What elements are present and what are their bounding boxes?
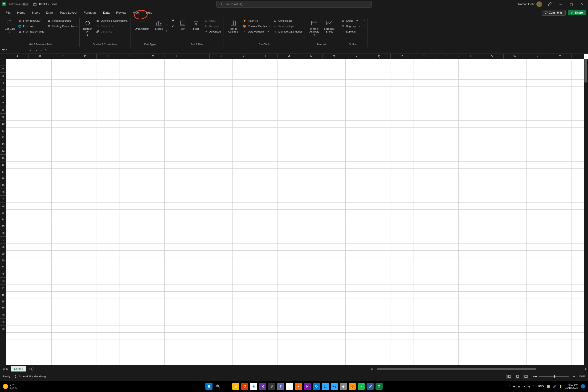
excel-icon[interactable]: X	[375, 383, 383, 390]
row-header[interactable]: 23	[0, 209, 6, 216]
hide-detail-icon[interactable]: ⁻≡	[362, 24, 365, 27]
normal-view-button[interactable]	[506, 374, 512, 379]
chevron-down-icon[interactable]: ▾	[29, 49, 31, 52]
tab-data[interactable]: Data	[100, 8, 113, 17]
column-header[interactable]: J	[210, 54, 232, 59]
battery-icon[interactable]: 🔋	[559, 385, 562, 388]
file-explorer-icon[interactable]: 📁	[232, 383, 239, 390]
existing-connections-button[interactable]: 🗋Existing Connections	[46, 24, 77, 28]
column-header[interactable]: S	[413, 54, 436, 59]
page-layout-view-button[interactable]	[515, 374, 520, 379]
search-box[interactable]: Search (Alt+Q)	[216, 1, 372, 8]
photoshop-icon[interactable]: Ps	[331, 383, 338, 390]
tray-chevron-icon[interactable]: ⌃	[508, 385, 510, 388]
row-header[interactable]: 36	[0, 298, 6, 305]
show-detail-icon[interactable]: ⁺≡	[362, 19, 365, 22]
firefox-icon[interactable]: 🦊	[349, 383, 356, 390]
excel-app-icon[interactable]: X	[2, 2, 6, 6]
onedrive-icon[interactable]: ☁	[523, 385, 525, 388]
data-types-more-icon[interactable]: ▾	[166, 30, 168, 32]
column-header[interactable]: Q	[368, 54, 391, 59]
tray-icon[interactable]: ⊞	[518, 385, 520, 388]
autosave-toggle[interactable]: Off	[22, 2, 29, 6]
column-header[interactable]: C	[51, 54, 74, 59]
column-header[interactable]: E	[97, 54, 119, 59]
recent-sources-button[interactable]: 🗋Recent Sources	[46, 18, 77, 23]
remove-duplicates-button[interactable]: ⛔Remove Duplicates	[242, 24, 271, 28]
app-icon-m[interactable]: ◆	[340, 383, 347, 390]
zoom-slider[interactable]	[539, 376, 569, 377]
organization-button[interactable]: Organization	[132, 18, 152, 31]
expand-formula-bar-icon[interactable]: ⌄	[582, 49, 588, 52]
sheet-tab-1[interactable]: Sheet1	[11, 366, 26, 372]
app-icon-r[interactable]: R	[259, 383, 266, 390]
row-header[interactable]: 5	[0, 86, 6, 93]
column-header[interactable]: U	[458, 54, 481, 59]
select-all-button[interactable]	[0, 54, 6, 59]
flash-fill-button[interactable]: ⚡Flash Fill	[242, 18, 271, 23]
column-header[interactable]: W	[504, 54, 526, 59]
column-header[interactable]: T	[436, 54, 458, 59]
save-icon[interactable]	[33, 2, 37, 6]
scroll-left-icon[interactable]: ◀	[369, 367, 373, 370]
chrome-icon[interactable]: ◉	[250, 383, 257, 390]
tab-draw[interactable]: Draw	[43, 8, 56, 17]
row-header[interactable]: 39	[0, 319, 6, 326]
app-icon-s[interactable]: S	[268, 383, 275, 390]
tab-file[interactable]: File	[2, 8, 14, 17]
row-header[interactable]: 31	[0, 264, 6, 271]
advanced-button[interactable]: ▽Advanced	[203, 29, 222, 34]
what-if-button[interactable]: What-If Analysis ▾	[307, 18, 322, 37]
comments-button[interactable]: Comments	[542, 10, 566, 16]
column-header[interactable]: K	[232, 54, 255, 59]
row-header[interactable]: 9	[0, 114, 6, 120]
tab-page-layout[interactable]: Page Layout	[57, 8, 81, 17]
queries-connections-button[interactable]: ▦Queries & Connections	[95, 18, 128, 23]
row-header[interactable]: 16	[0, 162, 6, 168]
row-header[interactable]: 3	[0, 72, 6, 80]
row-header[interactable]: 20	[0, 189, 6, 196]
spotify-icon[interactable]: ♪	[358, 383, 365, 390]
from-text-csv-button[interactable]: 🗎From Text/CSV	[17, 18, 45, 23]
add-sheet-button[interactable]: +	[29, 367, 33, 371]
cells-area[interactable]	[6, 59, 584, 365]
cancel-formula-icon[interactable]: ✕	[34, 49, 39, 52]
filter-button[interactable]: Filter	[190, 18, 202, 31]
row-header[interactable]: 1	[0, 59, 6, 66]
refresh-all-button[interactable]: Refresh All ▾	[81, 18, 94, 37]
data-validation-button[interactable]: ✓Data Validation▾	[242, 29, 271, 34]
maximize-button[interactable]: ▢	[568, 2, 575, 6]
sheet-nav-next-icon[interactable]: ▶	[6, 367, 8, 370]
start-button[interactable]: ⊞	[205, 383, 213, 390]
from-web-button[interactable]: 🌐From Web	[17, 24, 45, 28]
tab-help[interactable]: Help	[143, 8, 156, 17]
column-header[interactable]: N	[300, 54, 323, 59]
row-header[interactable]: 22	[0, 202, 6, 209]
tray-icon[interactable]: ◆	[513, 385, 515, 388]
word-icon[interactable]: W	[366, 383, 374, 390]
forecast-sheet-button[interactable]: Forecast Sheet	[323, 18, 336, 34]
row-header[interactable]: 38	[0, 312, 6, 319]
row-header[interactable]: 8	[0, 107, 6, 114]
row-header[interactable]: 27	[0, 237, 6, 244]
column-header[interactable]: R	[391, 54, 413, 59]
app-icon-c[interactable]: ◐	[286, 383, 293, 390]
row-header[interactable]: 29	[0, 250, 6, 257]
row-header[interactable]: 30	[0, 257, 6, 264]
tray-icon[interactable]: ◔	[528, 385, 531, 388]
sort-button[interactable]: Sort	[177, 18, 189, 31]
column-header[interactable]: L	[255, 54, 278, 59]
tab-insert[interactable]: Insert	[29, 8, 43, 17]
tab-formulas[interactable]: Formulas	[81, 8, 100, 17]
column-header[interactable]: F	[119, 54, 142, 59]
collapse-ribbon-icon[interactable]: ⌄	[582, 31, 586, 34]
column-header[interactable]: V	[481, 54, 504, 59]
subtotal-button[interactable]: ≡Subtotal	[340, 29, 362, 34]
row-header[interactable]: 35	[0, 291, 6, 298]
row-header[interactable]: 34	[0, 284, 6, 291]
sheet-nav-prev-icon[interactable]: ◀	[2, 367, 4, 370]
row-header[interactable]: 37	[0, 305, 6, 312]
formula-input[interactable]	[49, 48, 582, 54]
name-box[interactable]: O15 ▾	[0, 48, 33, 54]
share-button[interactable]: Share	[568, 10, 586, 15]
